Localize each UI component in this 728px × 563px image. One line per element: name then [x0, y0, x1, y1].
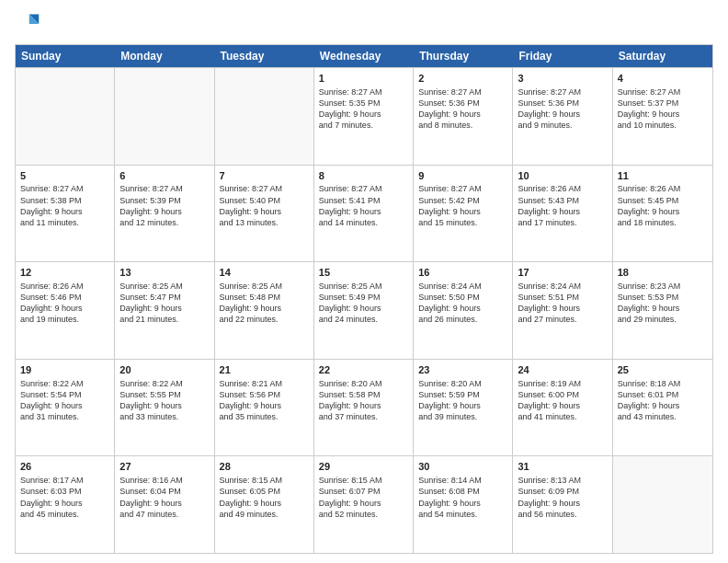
- day-cell-19: 19Sunrise: 8:22 AM Sunset: 5:54 PM Dayli…: [16, 360, 115, 456]
- logo-icon: [15, 11, 40, 37]
- day-info: Sunrise: 8:26 AM Sunset: 5:45 PM Dayligh…: [618, 183, 708, 228]
- day-cell-20: 20Sunrise: 8:22 AM Sunset: 5:55 PM Dayli…: [115, 360, 214, 456]
- day-number: 12: [20, 266, 109, 280]
- day-cell-21: 21Sunrise: 8:21 AM Sunset: 5:56 PM Dayli…: [215, 360, 314, 456]
- calendar-row-3: 19Sunrise: 8:22 AM Sunset: 5:54 PM Dayli…: [16, 359, 712, 456]
- empty-cell: [115, 68, 214, 165]
- header-day-sunday: Sunday: [16, 45, 115, 67]
- day-cell-24: 24Sunrise: 8:19 AM Sunset: 6:00 PM Dayli…: [513, 360, 612, 456]
- day-info: Sunrise: 8:15 AM Sunset: 6:07 PM Dayligh…: [319, 475, 408, 520]
- day-number: 14: [220, 266, 309, 280]
- header: [15, 11, 713, 37]
- day-info: Sunrise: 8:25 AM Sunset: 5:49 PM Dayligh…: [319, 281, 408, 326]
- calendar-header: SundayMondayTuesdayWednesdayThursdayFrid…: [16, 45, 712, 67]
- day-cell-3: 3Sunrise: 8:27 AM Sunset: 5:36 PM Daylig…: [513, 68, 612, 165]
- day-cell-17: 17Sunrise: 8:24 AM Sunset: 5:51 PM Dayli…: [513, 262, 612, 359]
- day-info: Sunrise: 8:22 AM Sunset: 5:55 PM Dayligh…: [119, 378, 209, 423]
- empty-cell: [16, 68, 115, 165]
- header-day-thursday: Thursday: [414, 45, 513, 67]
- calendar-row-1: 5Sunrise: 8:27 AM Sunset: 5:38 PM Daylig…: [16, 165, 712, 262]
- day-cell-6: 6Sunrise: 8:27 AM Sunset: 5:39 PM Daylig…: [115, 166, 214, 262]
- day-info: Sunrise: 8:19 AM Sunset: 6:00 PM Dayligh…: [518, 378, 607, 423]
- day-info: Sunrise: 8:27 AM Sunset: 5:40 PM Dayligh…: [220, 183, 309, 228]
- day-number: 28: [220, 460, 309, 474]
- day-info: Sunrise: 8:17 AM Sunset: 6:03 PM Dayligh…: [20, 475, 109, 520]
- day-info: Sunrise: 8:27 AM Sunset: 5:36 PM Dayligh…: [518, 86, 607, 132]
- day-cell-1: 1Sunrise: 8:27 AM Sunset: 5:35 PM Daylig…: [314, 68, 414, 165]
- day-cell-22: 22Sunrise: 8:20 AM Sunset: 5:58 PM Dayli…: [314, 360, 414, 456]
- calendar-row-2: 12Sunrise: 8:26 AM Sunset: 5:46 PM Dayli…: [16, 261, 712, 359]
- day-cell-9: 9Sunrise: 8:27 AM Sunset: 5:42 PM Daylig…: [414, 166, 513, 262]
- day-cell-14: 14Sunrise: 8:25 AM Sunset: 5:48 PM Dayli…: [215, 262, 314, 359]
- day-info: Sunrise: 8:23 AM Sunset: 5:53 PM Dayligh…: [618, 281, 708, 326]
- day-number: 21: [220, 363, 309, 377]
- day-info: Sunrise: 8:14 AM Sunset: 6:08 PM Dayligh…: [418, 475, 507, 520]
- day-info: Sunrise: 8:25 AM Sunset: 5:47 PM Dayligh…: [119, 281, 209, 326]
- day-info: Sunrise: 8:22 AM Sunset: 5:54 PM Dayligh…: [20, 378, 109, 423]
- day-number: 31: [518, 460, 607, 474]
- day-number: 22: [319, 363, 408, 377]
- day-info: Sunrise: 8:27 AM Sunset: 5:37 PM Dayligh…: [618, 86, 708, 132]
- day-cell-8: 8Sunrise: 8:27 AM Sunset: 5:41 PM Daylig…: [314, 166, 414, 262]
- day-number: 10: [518, 169, 607, 183]
- day-cell-26: 26Sunrise: 8:17 AM Sunset: 6:03 PM Dayli…: [16, 456, 115, 553]
- header-day-monday: Monday: [115, 45, 214, 67]
- day-number: 20: [119, 363, 209, 377]
- day-info: Sunrise: 8:18 AM Sunset: 6:01 PM Dayligh…: [618, 378, 708, 423]
- empty-cell: [613, 456, 712, 553]
- day-cell-2: 2Sunrise: 8:27 AM Sunset: 5:36 PM Daylig…: [414, 68, 513, 165]
- day-number: 13: [119, 266, 209, 280]
- day-info: Sunrise: 8:20 AM Sunset: 5:59 PM Dayligh…: [418, 378, 507, 423]
- day-cell-28: 28Sunrise: 8:15 AM Sunset: 6:05 PM Dayli…: [215, 456, 314, 553]
- day-number: 26: [20, 460, 109, 474]
- day-number: 3: [518, 72, 607, 86]
- day-info: Sunrise: 8:27 AM Sunset: 5:41 PM Dayligh…: [319, 183, 408, 228]
- day-cell-16: 16Sunrise: 8:24 AM Sunset: 5:50 PM Dayli…: [414, 262, 513, 359]
- day-number: 25: [618, 363, 708, 377]
- day-info: Sunrise: 8:20 AM Sunset: 5:58 PM Dayligh…: [319, 378, 408, 423]
- day-info: Sunrise: 8:16 AM Sunset: 6:04 PM Dayligh…: [119, 475, 209, 520]
- day-number: 17: [518, 266, 607, 280]
- day-cell-12: 12Sunrise: 8:26 AM Sunset: 5:46 PM Dayli…: [16, 262, 115, 359]
- day-number: 5: [20, 169, 109, 183]
- day-info: Sunrise: 8:15 AM Sunset: 6:05 PM Dayligh…: [220, 475, 309, 520]
- day-info: Sunrise: 8:25 AM Sunset: 5:48 PM Dayligh…: [220, 281, 309, 326]
- day-cell-5: 5Sunrise: 8:27 AM Sunset: 5:38 PM Daylig…: [16, 166, 115, 262]
- day-number: 18: [618, 266, 708, 280]
- day-info: Sunrise: 8:13 AM Sunset: 6:09 PM Dayligh…: [518, 475, 607, 520]
- empty-cell: [215, 68, 314, 165]
- header-day-tuesday: Tuesday: [215, 45, 314, 67]
- calendar-row-4: 26Sunrise: 8:17 AM Sunset: 6:03 PM Dayli…: [16, 455, 712, 553]
- day-number: 11: [618, 169, 708, 183]
- day-info: Sunrise: 8:21 AM Sunset: 5:56 PM Dayligh…: [220, 378, 309, 423]
- day-cell-10: 10Sunrise: 8:26 AM Sunset: 5:43 PM Dayli…: [513, 166, 612, 262]
- day-cell-30: 30Sunrise: 8:14 AM Sunset: 6:08 PM Dayli…: [414, 456, 513, 553]
- day-number: 24: [518, 363, 607, 377]
- day-number: 30: [418, 460, 507, 474]
- calendar-row-0: 1Sunrise: 8:27 AM Sunset: 5:35 PM Daylig…: [16, 67, 712, 165]
- header-day-wednesday: Wednesday: [314, 45, 414, 67]
- day-number: 7: [220, 169, 309, 183]
- day-cell-25: 25Sunrise: 8:18 AM Sunset: 6:01 PM Dayli…: [613, 360, 712, 456]
- day-cell-23: 23Sunrise: 8:20 AM Sunset: 5:59 PM Dayli…: [414, 360, 513, 456]
- day-info: Sunrise: 8:27 AM Sunset: 5:35 PM Dayligh…: [319, 86, 408, 132]
- calendar: SundayMondayTuesdayWednesdayThursdayFrid…: [15, 44, 713, 554]
- day-info: Sunrise: 8:26 AM Sunset: 5:46 PM Dayligh…: [20, 281, 109, 326]
- day-number: 6: [119, 169, 209, 183]
- day-cell-11: 11Sunrise: 8:26 AM Sunset: 5:45 PM Dayli…: [613, 166, 712, 262]
- day-info: Sunrise: 8:27 AM Sunset: 5:39 PM Dayligh…: [119, 183, 209, 228]
- day-cell-15: 15Sunrise: 8:25 AM Sunset: 5:49 PM Dayli…: [314, 262, 414, 359]
- day-cell-7: 7Sunrise: 8:27 AM Sunset: 5:40 PM Daylig…: [215, 166, 314, 262]
- day-info: Sunrise: 8:27 AM Sunset: 5:36 PM Dayligh…: [418, 86, 507, 132]
- day-info: Sunrise: 8:27 AM Sunset: 5:38 PM Dayligh…: [20, 183, 109, 228]
- day-number: 4: [618, 72, 708, 86]
- day-number: 19: [20, 363, 109, 377]
- day-cell-13: 13Sunrise: 8:25 AM Sunset: 5:47 PM Dayli…: [115, 262, 214, 359]
- day-number: 29: [319, 460, 408, 474]
- logo: [15, 11, 44, 37]
- day-info: Sunrise: 8:26 AM Sunset: 5:43 PM Dayligh…: [518, 183, 607, 228]
- day-cell-29: 29Sunrise: 8:15 AM Sunset: 6:07 PM Dayli…: [314, 456, 414, 553]
- header-day-saturday: Saturday: [613, 45, 712, 67]
- day-info: Sunrise: 8:24 AM Sunset: 5:50 PM Dayligh…: [418, 281, 507, 326]
- calendar-body: 1Sunrise: 8:27 AM Sunset: 5:35 PM Daylig…: [16, 67, 712, 553]
